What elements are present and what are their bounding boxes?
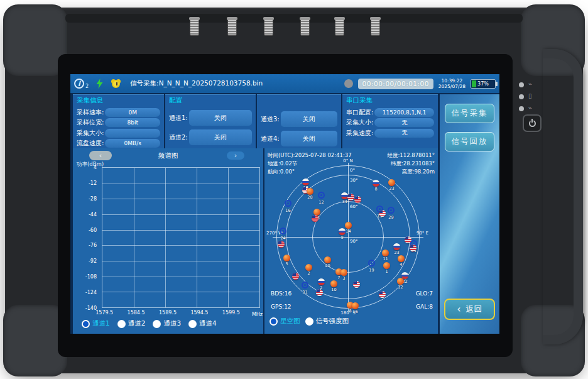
channel-field-value[interactable]: 关闭 (281, 131, 337, 146)
satellite-id: 1 (386, 269, 388, 274)
serial-field-row: 采集大小:无 (346, 118, 434, 127)
x-tick-label: 1579.5 (95, 310, 113, 316)
battery-percent: 37% (477, 81, 489, 87)
satellite-id: 11 (383, 256, 388, 261)
gal-satellite-icon: 29 (388, 207, 395, 214)
collect-field-label: 采样位宽: (77, 118, 104, 127)
elevation-label: 30° (350, 178, 357, 183)
y-tick-label: -108 (85, 274, 97, 280)
grid-line (102, 292, 259, 292)
serial-field-value[interactable]: 无 (374, 129, 434, 138)
serial-field-value[interactable]: 115200,8,1,N,1 (374, 108, 434, 117)
collect-field-value[interactable]: 0MB/s (105, 139, 160, 148)
x-tick-label: 1584.5 (128, 310, 145, 316)
alarm-clock-icon[interactable] (112, 80, 120, 88)
info-badge: 2 (85, 84, 89, 89)
app-screen: i 2 信号采集:N_N_N_N_20250728103758.bin 00:0… (70, 74, 499, 334)
gal-satellite-icon: 16 (285, 200, 291, 207)
channel-field-label: 通道2: (169, 133, 188, 142)
elevation-label: 0° (350, 168, 355, 173)
satellite-id: 8 (374, 187, 377, 192)
gal-satellite-icon: 12 (318, 192, 325, 199)
battery-indicator: 37% (471, 79, 496, 89)
info-icon[interactable]: i (74, 79, 84, 89)
next-channel-button[interactable]: › (227, 151, 244, 160)
bds-satellite-icon: 1 (383, 262, 390, 269)
signal-playback-button[interactable]: 信号回放 (445, 132, 494, 151)
y-tick-label: -28 (89, 195, 97, 201)
bds-satellite-icon: 40 (324, 256, 331, 263)
channel-option[interactable]: 通道3 (153, 319, 181, 328)
satellite-id: 10 (331, 287, 336, 292)
x-tick-label: 1599.5 (222, 310, 240, 316)
antenna-connector (371, 19, 380, 36)
satellite-id: 40 (325, 263, 330, 268)
grid-line (102, 199, 259, 199)
channel-field-label: 通道3: (261, 115, 280, 124)
collect-field-value[interactable] (105, 129, 160, 138)
bds-satellite-icon: 23 (388, 179, 395, 186)
charge-led: ⌁ (519, 106, 524, 111)
sky-view-option[interactable]: 星空图 (270, 317, 300, 326)
channel-field-value[interactable]: 关闭 (189, 129, 252, 145)
grid-line (102, 261, 259, 261)
satellite-id: 29 (388, 215, 393, 220)
spectrum-yticks: 4-12-28-44-60-76-92-108-124-140 (73, 167, 99, 308)
back-button[interactable]: ‹ 返回 (444, 299, 495, 320)
channel-option[interactable]: 通道1 (82, 319, 110, 328)
radio-icon (117, 320, 126, 328)
sky-view-option-label: 信号强度图 (316, 317, 349, 326)
config-left-rows: 通道1:关闭通道2:关闭 (169, 110, 252, 145)
power-led: ⌁ (519, 82, 524, 87)
serial-field-label: 串口配置: (346, 108, 373, 117)
sky-view-option[interactable]: 信号强度图 (305, 317, 349, 326)
satellite-id: 23 (394, 250, 399, 255)
panel-header: 配置 (169, 96, 252, 106)
datetime: 10:39:22 2025/07/28 (438, 78, 466, 89)
grid-line (102, 214, 259, 215)
gps-satellite-icon: 13 (312, 215, 318, 222)
signal-capture-button[interactable]: 信号采集 (445, 104, 494, 123)
channel-field-label: 通道4: (261, 135, 280, 143)
glo-count: GLO:7 (416, 290, 433, 297)
channel-option[interactable]: 通道2 (117, 319, 146, 328)
y-tick-label: 4 (94, 165, 97, 170)
serial-rows: 串口配置:115200,8,1,N,1采集大小:无采集速度:无 (346, 108, 434, 138)
collect-field-value[interactable]: 8bit (105, 118, 160, 127)
grid-line (228, 168, 229, 307)
serial-field-value[interactable]: 无 (374, 118, 434, 127)
sky-section: 时间(UTC):2025-07-28 02:41:37 地速:0.02节 航向:… (264, 148, 438, 334)
panel-header: 串口采集 (346, 96, 434, 106)
utc-time: 时间(UTC):2025-07-28 02:41:37 (268, 151, 352, 160)
collect-field-row: 采集大小: (77, 129, 160, 138)
radio-icon (82, 320, 90, 328)
power-button[interactable] (523, 114, 542, 132)
glo-satellite-icon: 8 (373, 180, 379, 187)
bds-satellite-icon: 28 (307, 188, 313, 195)
clock-time: 10:39:22 (442, 78, 463, 84)
skyplot: 0° N 90° E 180° S 270° W 0°30°60°90° 172… (276, 165, 420, 309)
satellite-id: 4 (400, 262, 402, 267)
panel-config-right: 通道3:关闭通道4:关闭 (257, 94, 341, 148)
satellite-id: 8 (349, 309, 351, 314)
gal-count: GAL:8 (416, 304, 433, 310)
elevation-label: 90° (350, 239, 357, 244)
channel-field-value[interactable]: 关闭 (189, 110, 252, 126)
bds-satellite-icon: 12 (397, 278, 404, 285)
channel-field-value[interactable]: 关闭 (281, 111, 337, 127)
channel-option[interactable]: 通道4 (188, 319, 217, 328)
grid-line (102, 184, 259, 184)
glo-satellite-icon: 17 (302, 179, 309, 185)
right-sidebar: 信号采集 信号回放 ‹ 返回 (440, 94, 499, 334)
satellite-id: 31 (302, 290, 307, 295)
y-tick-label: -124 (85, 290, 97, 295)
spectrum-plot (102, 167, 260, 308)
bds-satellite-icon: 14 (345, 222, 352, 229)
channel-field-row: 通道2:关闭 (169, 129, 252, 145)
battery-led: ▯ (519, 94, 524, 99)
bds-satellite-icon: 16 (352, 302, 359, 309)
collect-field-value[interactable]: 0M (105, 108, 160, 117)
radio-icon (270, 317, 278, 326)
satellite-id: 34 (342, 199, 347, 204)
channel-option-label: 通道3 (163, 319, 181, 328)
